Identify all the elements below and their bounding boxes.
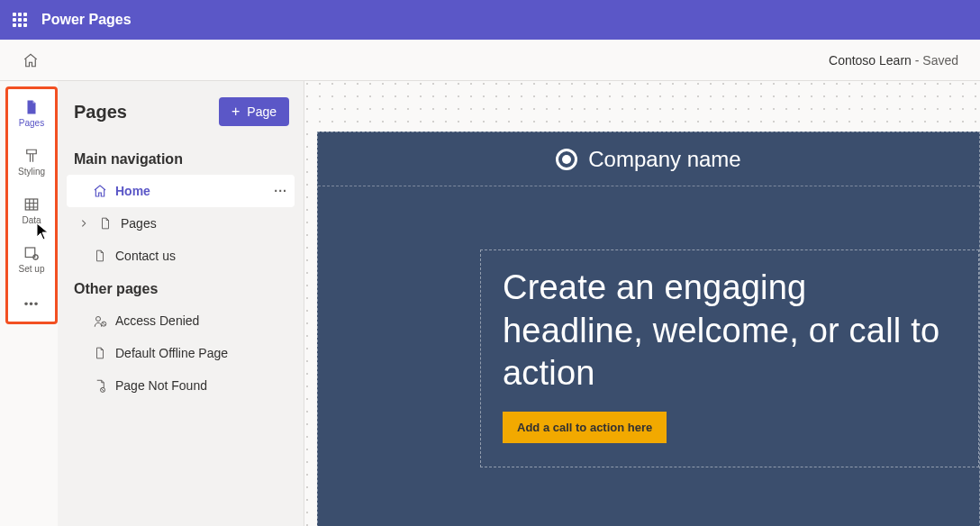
rail-item-data[interactable]: Data [8,188,55,233]
pages-panel: Pages + Page Main navigation Home ··· [58,81,304,526]
ellipsis-icon: ••• [24,297,40,311]
rail-item-label: Pages [19,118,44,128]
panel-title: Pages [74,102,127,122]
save-status: Contoso Learn - Saved [829,53,958,68]
tree-item-label: Page Not Found [115,378,207,393]
other-tree: Access Denied Default Offline Page Page … [58,304,304,402]
logo-icon [556,149,577,170]
new-page-label: Page [247,104,277,119]
page-icon [92,249,108,262]
tree-item-home[interactable]: Home ··· [67,175,295,207]
hero-headline[interactable]: Create an engaging headline, welcome, or… [503,267,957,395]
stage-header[interactable]: Company name [318,132,979,186]
tree-item-label: Home [115,184,150,198]
pages-icon [23,99,40,115]
status-bar: Contoso Learn - Saved [0,40,980,81]
home-breadcrumb[interactable] [18,48,43,73]
save-state: - Saved [912,53,958,68]
tree-item-contact[interactable]: Contact us [67,240,295,272]
left-rail-highlight: Pages Styling Data [5,86,58,324]
new-page-button[interactable]: + Page [219,97,289,126]
row-overflow-icon[interactable]: ··· [274,184,287,198]
page-icon [97,217,113,230]
company-name[interactable]: Company name [588,147,740,172]
hero-section[interactable]: Create an engaging headline, welcome, or… [480,249,979,467]
rail-item-styling[interactable]: Styling [8,140,55,185]
data-icon [23,196,40,213]
nav-tree: Home ··· Pages Contact us [58,175,304,272]
page-icon [92,347,108,359]
tree-item-label: Default Offline Page [115,346,228,360]
rail-item-label: Styling [18,167,45,177]
brand-bar: Power Pages [0,0,980,40]
section-other-pages: Other pages [58,272,304,304]
tree-item-label: Access Denied [115,313,199,328]
left-rail: Pages Styling Data [8,91,55,322]
tree-item-access-denied[interactable]: Access Denied [67,304,295,337]
page-blocked-icon [92,379,108,393]
tree-item-label: Contact us [115,249,176,263]
page-stage[interactable]: Company name Create an engaging headline… [317,132,980,526]
rail-item-pages[interactable]: Pages [8,91,55,136]
tree-item-label: Pages [121,216,157,231]
section-main-navigation: Main navigation [58,142,304,175]
tree-item-page-not-found[interactable]: Page Not Found [67,369,295,402]
rail-item-setup[interactable]: Set up [8,237,55,282]
rail-item-label: Data [22,215,41,225]
tree-item-default-offline[interactable]: Default Offline Page [67,337,295,369]
svg-rect-0 [25,199,38,210]
rail-item-label: Set up [19,264,45,274]
left-rail-container: Pages Styling Data [0,81,58,526]
home-icon [23,52,39,68]
site-name: Contoso Learn [829,53,912,68]
rail-item-more[interactable]: ••• [8,286,55,322]
brand-title: Power Pages [41,12,132,28]
cta-button[interactable]: Add a call to action here [503,412,667,443]
app-launcher-icon[interactable] [13,13,27,27]
tree-item-pages[interactable]: Pages [67,207,295,240]
chevron-right-icon[interactable] [77,219,90,228]
svg-point-3 [95,316,100,321]
home-icon [92,184,108,198]
setup-icon [23,245,40,261]
plus-icon: + [231,104,240,119]
access-denied-icon [92,314,108,328]
design-canvas[interactable]: Company name Create an engaging headline… [304,81,980,526]
styling-icon [23,148,40,164]
